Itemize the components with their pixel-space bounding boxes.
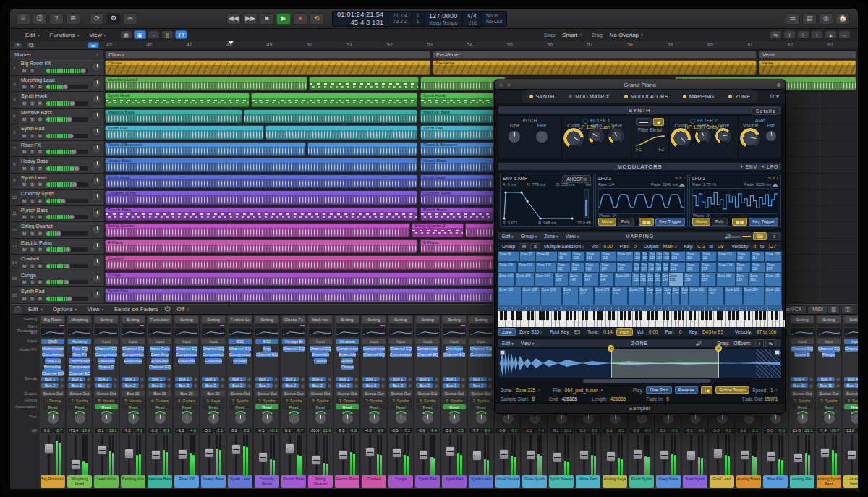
region-string-quartet[interactable]: String Quartet [105, 223, 410, 237]
track-name-chip-30[interactable]: Analog Synth Bass [817, 475, 841, 488]
zone-name-dropdown[interactable]: Zone 335 ◊ [516, 329, 546, 334]
track-name-chip-13[interactable]: Cowbell [362, 475, 386, 488]
zone-cell[interactable]: Zone 114 [751, 251, 765, 262]
meter-thumb[interactable] [74, 166, 80, 171]
input-slot[interactable]: Input [309, 339, 332, 344]
send-slot[interactable]: Bus 2 [95, 383, 118, 388]
track-name-chip-14[interactable]: Conga [388, 475, 413, 488]
black-key[interactable] [748, 311, 751, 320]
track-header-5[interactable]: 7Riser FXMSR [10, 141, 103, 158]
smart-controls-icon[interactable]: ⟳ [90, 13, 104, 25]
view-keyboard-button[interactable]: ⌨ [753, 232, 767, 240]
pan-knob[interactable] [475, 412, 488, 425]
track-name-chip-15[interactable]: Synth Pad [415, 475, 440, 488]
db-fader-value[interactable]: -5.0 [710, 428, 722, 433]
region-morphing-lead[interactable]: Morphing Lead [105, 77, 307, 91]
zone-cell[interactable]: Zone 151 [639, 273, 647, 286]
send-slot[interactable]: Bus 4 [791, 376, 814, 382]
lfo3-rate[interactable]: Rate: 1.75 Hz [692, 182, 717, 187]
meter-thumb[interactable] [64, 280, 69, 284]
send-bus[interactable]: Bus 1 [389, 377, 407, 381]
output-slot[interactable]: Stereo Out [416, 391, 439, 396]
zone-cell[interactable]: Zone 181 [689, 286, 707, 305]
channel-strip-16[interactable]: SettingInputEnveloperChannel EQBus 1Bus … [441, 315, 467, 489]
meter-thumb[interactable] [71, 150, 77, 154]
send-knob[interactable] [488, 383, 493, 388]
input-slot[interactable]: Input [469, 339, 493, 344]
knob-volume[interactable]: Volume [743, 123, 757, 145]
black-key[interactable] [760, 311, 762, 320]
fx-slot[interactable]: Compressor [42, 352, 64, 358]
black-key[interactable] [539, 311, 542, 320]
region-synth-pad[interactable]: Synth Pad [420, 125, 506, 140]
catch-tool-icon[interactable]: ][ [161, 30, 174, 39]
track-level-meter[interactable] [46, 69, 88, 73]
fader-cap[interactable] [820, 448, 830, 458]
strip-setting-button[interactable]: Morphing [68, 316, 91, 323]
send-knob[interactable] [113, 383, 118, 388]
track-mute-button[interactable]: M [21, 263, 27, 269]
db-fader-value[interactable]: -7.7 [469, 428, 481, 433]
input-slot[interactable]: ES1 [255, 339, 278, 344]
channel-strip-29[interactable]: SettingInputChannel EQSpace DBus 4Bus 11… [789, 315, 815, 489]
send-knob[interactable] [461, 377, 466, 382]
send-bus[interactable]: Bus 2 [148, 383, 166, 388]
fx-slot[interactable]: Compressor [363, 346, 385, 352]
db-fader-value[interactable]: 0.2 [229, 428, 240, 433]
fx-slot[interactable]: Ensemble [312, 352, 329, 358]
region-massive-bass[interactable] [244, 109, 417, 124]
knob-drive[interactable]: Drive [611, 123, 621, 141]
track-name-chip-18[interactable]: Vocal Shouts [495, 475, 520, 488]
send-knob[interactable] [354, 383, 359, 388]
output-slot[interactable]: Bus 20 [148, 391, 171, 396]
channel-strip-12[interactable]: SettingUltrabeatCompressorEnsembleRivers… [334, 315, 360, 489]
zone-cell[interactable]: Zone 159 [736, 273, 749, 286]
send-bus[interactable]: Bus 2 [416, 383, 433, 388]
zone-cell[interactable]: Zone 125 [616, 262, 633, 273]
fx-slot[interactable]: Channel EQ [791, 346, 813, 352]
zone-cell[interactable]: Zone 119 [517, 262, 536, 273]
zone-cell[interactable]: Zone 172 [579, 286, 594, 305]
channel-strip-31[interactable]: SettingInputChannel EQBus 4Bus 11Stereo … [843, 315, 858, 489]
zone-audition-icon[interactable]: 🔊 [695, 341, 702, 347]
group-slot[interactable]: 3: Synths [282, 398, 305, 403]
zone-cell[interactable]: Zone 335 [668, 273, 684, 286]
list-editors-icon[interactable]: ≔ [786, 13, 800, 25]
track-name-chip-6[interactable]: Riser FX [174, 475, 199, 488]
fader-cap[interactable] [633, 449, 642, 459]
output-slot[interactable]: Stereo Out [469, 391, 493, 396]
track-name-chip-17[interactable]: Synth Lead [469, 475, 493, 488]
send-slot[interactable]: Bus 1 [443, 376, 466, 382]
send-knob[interactable] [461, 383, 466, 388]
lfo3-graph[interactable] [692, 188, 778, 214]
track-name-chip-5[interactable]: Massive Bass [148, 475, 172, 488]
fx-slot[interactable]: Bitcrusher [44, 365, 62, 370]
black-key[interactable] [655, 311, 658, 320]
send-knob[interactable] [273, 377, 278, 382]
mapping-view-menu[interactable]: View▾ [562, 234, 583, 239]
marker-verse[interactable]: Verse [759, 51, 856, 59]
send-slot[interactable]: Bus 2 [122, 383, 145, 388]
zone-cell[interactable]: Zone 108 [663, 251, 670, 262]
channel-strip-2[interactable]: MorphingAlchemyTube EQStep FXChromaVerbC… [67, 315, 93, 489]
fx-slot[interactable]: Compressor [229, 352, 251, 358]
strip-setting-button[interactable]: Funkulator [148, 316, 171, 323]
fader-cap[interactable] [312, 455, 321, 465]
automation-mode[interactable]: Read [362, 404, 386, 409]
black-key[interactable] [574, 311, 576, 320]
black-key[interactable] [639, 311, 642, 320]
track-name-chip-25[interactable]: Stab Synth [683, 475, 707, 488]
zoom-h-icon[interactable]: ⊣⊢ [797, 30, 809, 39]
env-param[interactable]: 30.0 dB [577, 221, 591, 225]
region-crunchy-synth[interactable]: Crunchy Synth [420, 190, 506, 205]
black-key[interactable] [736, 311, 739, 320]
send-bus[interactable]: Bus 1 [309, 377, 326, 381]
db-fader-value[interactable]: -6.3 [523, 428, 535, 433]
zone-cell[interactable]: Zone 152 [647, 273, 654, 286]
zone-zoom-controls[interactable]: Zoom: Ⅰ↹ [734, 339, 780, 347]
channel-strip-30[interactable]: SettingInputChannel EQFlangerBus 4Bus 11… [816, 315, 842, 489]
automation-mode[interactable]: Read [309, 404, 332, 409]
lfo3-wave-select[interactable]: ∿ ◊ ♪ [768, 175, 778, 180]
filter2-toggle[interactable]: ◯ [690, 118, 695, 124]
env-param[interactable]: H: 779 ms [527, 182, 545, 187]
